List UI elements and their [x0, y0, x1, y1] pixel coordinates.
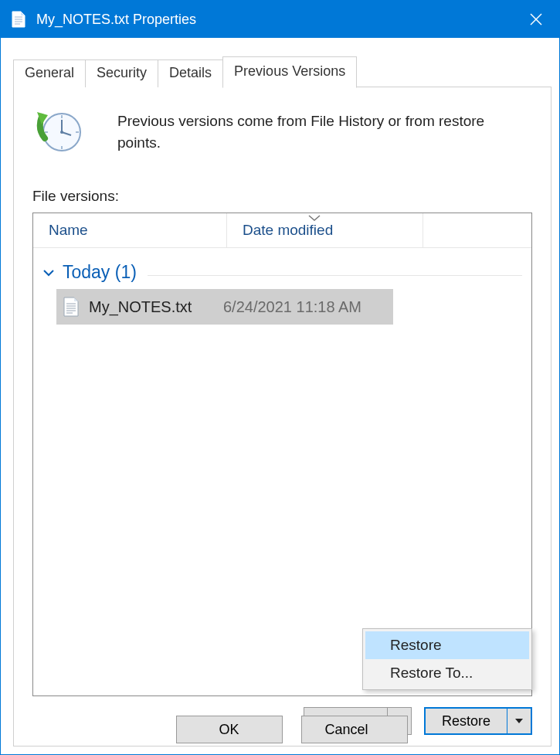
- svg-marker-18: [74, 298, 78, 301]
- column-date-modified[interactable]: Date modified: [227, 213, 423, 247]
- tabstrip: General Security Details Previous Versio…: [1, 38, 559, 87]
- menu-item-restore[interactable]: Restore: [365, 631, 529, 659]
- list-header: Name Date modified: [33, 213, 531, 248]
- ok-button[interactable]: OK: [176, 716, 283, 743]
- dialog-buttons: OK Cancel: [1, 716, 559, 743]
- document-icon: [12, 11, 25, 28]
- text-file-icon: [61, 297, 81, 317]
- chevron-down-icon: [307, 212, 321, 224]
- tab-content: Previous versions come from File History…: [13, 87, 552, 746]
- close-button[interactable]: [513, 1, 559, 38]
- tab-details[interactable]: Details: [158, 60, 223, 87]
- file-name: My_NOTES.txt: [89, 298, 222, 316]
- group-divider: [148, 275, 522, 276]
- titlebar: My_NOTES.txt Properties: [1, 1, 559, 38]
- column-spacer: [423, 213, 531, 247]
- column-name[interactable]: Name: [33, 213, 227, 247]
- file-versions-list[interactable]: Name Date modified Today (1): [32, 213, 532, 696]
- restore-clock-icon: [36, 109, 82, 155]
- properties-dialog: My_NOTES.txt Properties General Security…: [0, 0, 560, 755]
- group-label: Today (1): [63, 262, 137, 283]
- group-header-today[interactable]: Today (1): [42, 262, 522, 283]
- svg-marker-1: [21, 12, 25, 15]
- tab-general[interactable]: General: [13, 60, 86, 87]
- list-body: Today (1): [33, 248, 531, 325]
- menu-item-restore-to[interactable]: Restore To...: [365, 659, 529, 687]
- tab-previous-versions[interactable]: Previous Versions: [222, 56, 357, 88]
- cancel-button[interactable]: Cancel: [301, 716, 408, 743]
- restore-dropdown-menu: Restore Restore To...: [362, 628, 532, 690]
- intro-text: Previous versions come from File History…: [117, 109, 504, 153]
- chevron-down-icon: [42, 262, 55, 283]
- list-item[interactable]: My_NOTES.txt 6/24/2021 11:18 AM: [56, 289, 393, 325]
- file-versions-label: File versions:: [32, 188, 532, 205]
- file-date: 6/24/2021 11:18 AM: [223, 298, 361, 316]
- tab-security[interactable]: Security: [85, 60, 158, 87]
- intro-row: Previous versions come from File History…: [32, 109, 532, 155]
- window-title: My_NOTES.txt Properties: [36, 12, 196, 28]
